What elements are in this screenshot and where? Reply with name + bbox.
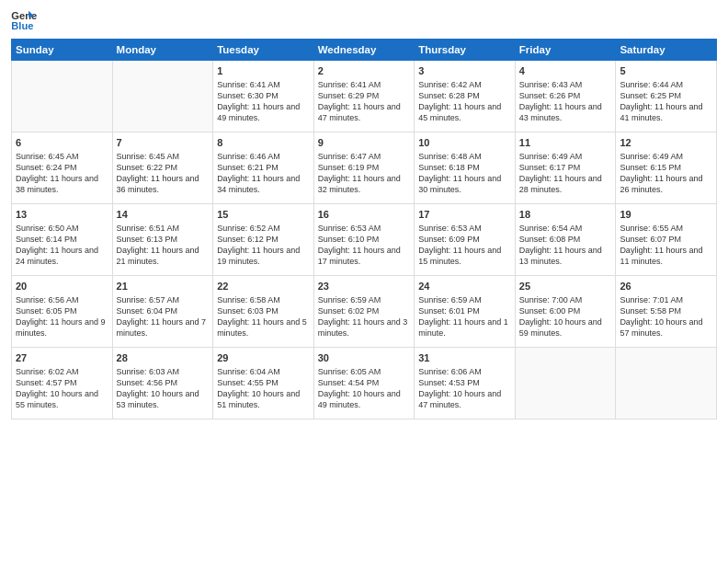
day-info: Sunrise: 6:43 AM: [519, 79, 612, 90]
column-header-saturday: Saturday: [616, 40, 717, 61]
day-cell: 1Sunrise: 6:41 AMSunset: 6:30 PMDaylight…: [213, 61, 314, 132]
day-info: Sunrise: 6:58 AM: [217, 294, 310, 305]
week-row-4: 20Sunrise: 6:56 AMSunset: 6:05 PMDayligh…: [12, 276, 717, 348]
day-info: Sunrise: 6:46 AM: [217, 151, 310, 162]
day-info: Daylight: 10 hours and 51 minutes.: [217, 388, 310, 410]
day-info: Sunrise: 6:05 AM: [318, 366, 411, 377]
day-info: Daylight: 10 hours and 59 minutes.: [519, 316, 612, 339]
day-number: 10: [418, 136, 511, 150]
day-info: Sunset: 4:57 PM: [16, 377, 108, 388]
day-number: 15: [217, 208, 310, 222]
day-number: 21: [117, 280, 210, 293]
day-info: Sunrise: 6:59 AM: [418, 294, 511, 305]
day-info: Sunrise: 6:52 AM: [217, 223, 310, 234]
day-cell: 16Sunrise: 6:53 AMSunset: 6:10 PMDayligh…: [313, 204, 415, 276]
day-info: Sunrise: 6:51 AM: [117, 223, 210, 234]
day-info: Sunrise: 6:41 AM: [318, 79, 411, 90]
day-info: Sunset: 5:58 PM: [620, 305, 712, 316]
day-info: Sunset: 6:30 PM: [217, 90, 310, 101]
day-info: Sunrise: 6:06 AM: [418, 366, 511, 377]
day-info: Sunset: 6:05 PM: [16, 305, 108, 316]
day-cell: 9Sunrise: 6:47 AMSunset: 6:19 PMDaylight…: [313, 132, 415, 204]
day-info: Sunset: 6:28 PM: [418, 90, 511, 101]
day-info: Sunrise: 6:53 AM: [418, 223, 511, 234]
day-number: 14: [117, 208, 210, 222]
day-info: Sunrise: 6:49 AM: [620, 151, 712, 162]
day-info: Sunrise: 6:54 AM: [519, 223, 612, 234]
day-info: Sunrise: 6:03 AM: [117, 366, 210, 377]
day-info: Daylight: 11 hours and 1 minute.: [418, 316, 511, 339]
week-row-2: 6Sunrise: 6:45 AMSunset: 6:24 PMDaylight…: [12, 132, 717, 204]
day-info: Sunset: 6:25 PM: [620, 90, 712, 101]
day-info: Sunset: 6:12 PM: [217, 234, 310, 245]
day-info: Sunset: 6:22 PM: [117, 162, 210, 173]
day-cell: 8Sunrise: 6:46 AMSunset: 6:21 PMDaylight…: [213, 132, 314, 204]
day-number: 1: [217, 64, 310, 78]
day-info: Daylight: 11 hours and 11 minutes.: [620, 245, 712, 267]
day-number: 6: [16, 136, 108, 150]
day-cell: 28Sunrise: 6:03 AMSunset: 4:56 PMDayligh…: [112, 348, 213, 419]
day-info: Daylight: 11 hours and 3 minutes.: [318, 316, 411, 339]
day-info: Sunrise: 6:49 AM: [519, 151, 612, 162]
day-info: Sunset: 6:24 PM: [16, 162, 108, 173]
day-info: Sunrise: 6:59 AM: [318, 294, 411, 305]
column-header-sunday: Sunday: [12, 40, 113, 61]
day-info: Sunset: 6:10 PM: [318, 234, 411, 245]
day-info: Sunrise: 6:02 AM: [16, 366, 108, 377]
day-cell: 29Sunrise: 6:04 AMSunset: 4:55 PMDayligh…: [213, 348, 314, 419]
header-row: SundayMondayTuesdayWednesdayThursdayFrid…: [12, 40, 717, 61]
column-header-wednesday: Wednesday: [313, 40, 415, 61]
day-cell: 6Sunrise: 6:45 AMSunset: 6:24 PMDaylight…: [12, 132, 113, 204]
day-info: Sunrise: 6:48 AM: [418, 151, 511, 162]
day-cell: 3Sunrise: 6:42 AMSunset: 6:28 PMDaylight…: [415, 61, 516, 132]
day-cell: 17Sunrise: 6:53 AMSunset: 6:09 PMDayligh…: [415, 204, 516, 276]
day-info: Sunrise: 6:41 AM: [217, 79, 310, 90]
day-info: Daylight: 11 hours and 30 minutes.: [418, 173, 511, 195]
day-info: Sunset: 6:07 PM: [620, 234, 712, 245]
day-cell: 15Sunrise: 6:52 AMSunset: 6:12 PMDayligh…: [213, 204, 314, 276]
day-info: Daylight: 11 hours and 26 minutes.: [620, 173, 712, 195]
day-info: Sunset: 4:54 PM: [318, 377, 411, 388]
day-info: Sunrise: 6:45 AM: [16, 151, 108, 162]
day-number: 30: [318, 351, 411, 365]
day-info: Daylight: 11 hours and 47 minutes.: [318, 101, 411, 123]
day-info: Sunset: 6:01 PM: [418, 305, 511, 316]
day-cell: [112, 61, 213, 132]
day-cell: 20Sunrise: 6:56 AMSunset: 6:05 PMDayligh…: [12, 276, 113, 348]
day-info: Daylight: 11 hours and 43 minutes.: [519, 101, 612, 123]
day-info: Sunrise: 6:57 AM: [117, 294, 210, 305]
day-number: 29: [217, 351, 310, 365]
day-cell: 2Sunrise: 6:41 AMSunset: 6:29 PMDaylight…: [313, 61, 415, 132]
svg-text:Blue: Blue: [11, 20, 33, 31]
day-info: Sunrise: 6:55 AM: [620, 223, 712, 234]
day-info: Sunrise: 6:45 AM: [117, 151, 210, 162]
day-number: 27: [16, 351, 108, 365]
day-info: Daylight: 11 hours and 9 minutes.: [16, 316, 108, 339]
main-container: General Blue SundayMondayTuesdayWednesda…: [0, 0, 728, 563]
day-info: Daylight: 10 hours and 49 minutes.: [318, 388, 411, 410]
day-info: Sunset: 6:08 PM: [519, 234, 612, 245]
logo: General Blue: [11, 9, 40, 31]
day-cell: 12Sunrise: 6:49 AMSunset: 6:15 PMDayligh…: [616, 132, 717, 204]
day-info: Sunrise: 6:50 AM: [16, 223, 108, 234]
day-info: Daylight: 11 hours and 7 minutes.: [117, 316, 210, 339]
day-info: Daylight: 11 hours and 49 minutes.: [217, 101, 310, 123]
week-row-1: 1Sunrise: 6:41 AMSunset: 6:30 PMDaylight…: [12, 61, 717, 132]
day-cell: 30Sunrise: 6:05 AMSunset: 4:54 PMDayligh…: [313, 348, 415, 419]
day-number: 13: [16, 208, 108, 222]
day-cell: 10Sunrise: 6:48 AMSunset: 6:18 PMDayligh…: [415, 132, 516, 204]
day-info: Sunset: 6:09 PM: [418, 234, 511, 245]
week-row-5: 27Sunrise: 6:02 AMSunset: 4:57 PMDayligh…: [12, 348, 717, 419]
day-info: Sunset: 6:17 PM: [519, 162, 612, 173]
day-info: Daylight: 11 hours and 45 minutes.: [418, 101, 511, 123]
day-info: Sunrise: 6:42 AM: [418, 79, 511, 90]
column-header-friday: Friday: [515, 40, 616, 61]
day-info: Sunset: 6:29 PM: [318, 90, 411, 101]
day-info: Sunset: 6:14 PM: [16, 234, 108, 245]
day-info: Daylight: 10 hours and 47 minutes.: [418, 388, 511, 410]
day-info: Daylight: 11 hours and 24 minutes.: [16, 245, 108, 267]
day-info: Sunrise: 6:47 AM: [318, 151, 411, 162]
day-cell: [12, 61, 113, 132]
day-number: 11: [519, 136, 612, 150]
day-cell: 22Sunrise: 6:58 AMSunset: 6:03 PMDayligh…: [213, 276, 314, 348]
